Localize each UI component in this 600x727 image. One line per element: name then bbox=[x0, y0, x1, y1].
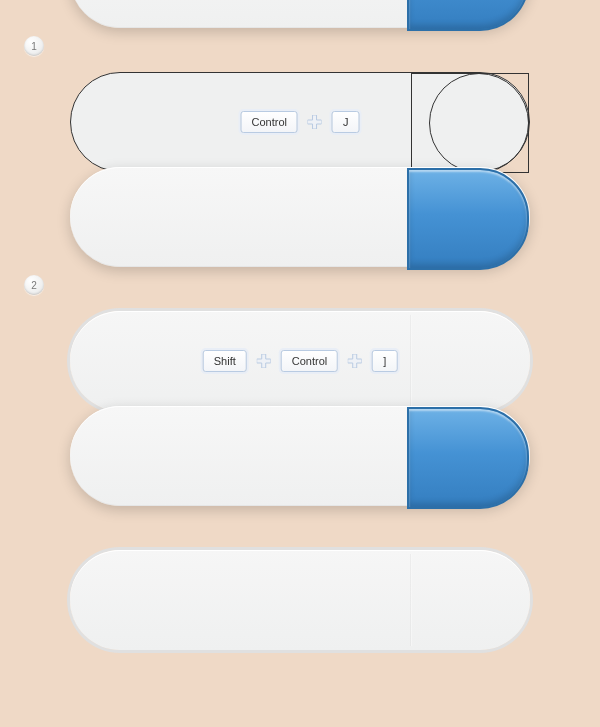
shape-soft-result bbox=[70, 550, 530, 650]
key-shift: Shift bbox=[203, 350, 247, 372]
step-badge: 1 bbox=[24, 36, 44, 56]
key-control: Control bbox=[241, 111, 298, 133]
step-badge: 2 bbox=[24, 275, 44, 295]
shortcut-row: Control J bbox=[241, 111, 360, 133]
zoom-preview-bar bbox=[70, 167, 530, 267]
plus-icon bbox=[348, 354, 362, 368]
plus-icon bbox=[257, 354, 271, 368]
guide-divider bbox=[411, 73, 412, 171]
plus-icon bbox=[308, 115, 322, 129]
divider bbox=[410, 315, 412, 407]
shortcut-row: Shift Control ] bbox=[203, 350, 398, 372]
outer-ring bbox=[64, 544, 536, 656]
guide-circle bbox=[429, 73, 529, 173]
key-j: J bbox=[332, 111, 360, 133]
result-panel bbox=[0, 478, 600, 727]
shape-outline: Control J bbox=[70, 72, 530, 172]
zoom-preview-bar bbox=[70, 406, 530, 506]
shape-soft: Shift Control ] bbox=[70, 311, 530, 411]
divider bbox=[410, 554, 412, 646]
key-bracket: ] bbox=[372, 350, 397, 372]
key-control: Control bbox=[281, 350, 338, 372]
zoom-preview-bar bbox=[70, 0, 530, 28]
